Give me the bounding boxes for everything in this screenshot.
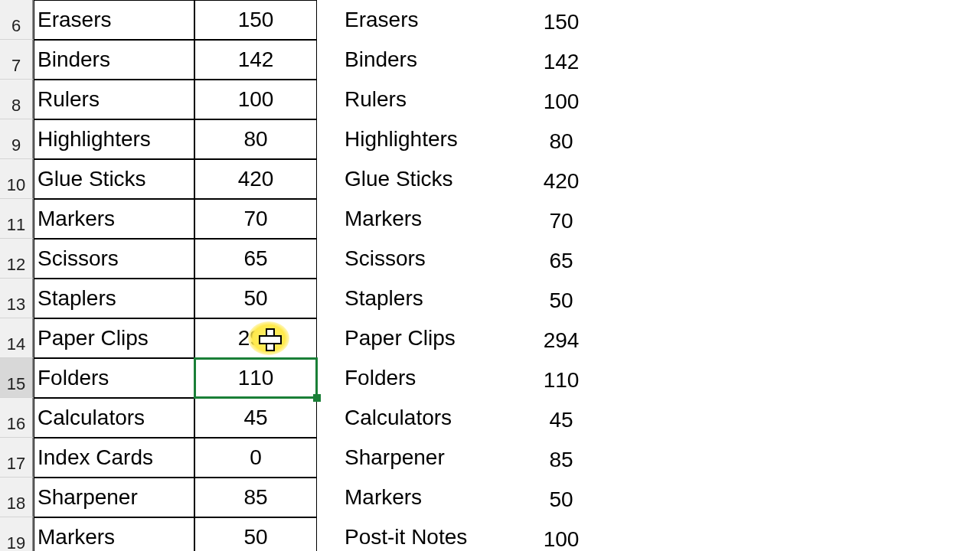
cell-item-qty[interactable]: 294 — [194, 318, 317, 358]
cell-item-name-copy[interactable]: Markers — [345, 199, 511, 239]
cell-item-qty[interactable]: 70 — [194, 199, 317, 239]
row-header[interactable]: 7 — [0, 40, 34, 80]
cell-item-name-copy[interactable]: Markers — [345, 478, 511, 517]
spreadsheet-viewport[interactable]: 678910111213141516171819 Erasers150Erase… — [0, 0, 611, 551]
cell-item-name[interactable]: Folders — [34, 358, 194, 398]
column-gap — [317, 80, 345, 119]
table-row: Index Cards0Sharpener85 — [34, 438, 611, 478]
table-row: Binders142Binders142 — [34, 40, 611, 80]
row-header-gutter: 678910111213141516171819 — [0, 0, 34, 551]
column-gap — [317, 119, 345, 159]
column-gap — [317, 358, 345, 398]
cell-item-name[interactable]: Rulers — [34, 80, 194, 119]
cell-item-qty[interactable]: 80 — [194, 119, 317, 159]
row-header[interactable]: 12 — [0, 239, 34, 279]
cell-item-qty-copy[interactable]: 45 — [511, 398, 611, 438]
cell-item-name-copy[interactable]: Folders — [345, 358, 511, 398]
table-row: Scissors65Scissors65 — [34, 239, 611, 279]
cell-item-name[interactable]: Index Cards — [34, 438, 194, 478]
table-row: Rulers100Rulers100 — [34, 80, 611, 119]
column-gap — [317, 159, 345, 199]
table-row: Erasers150Erasers150 — [34, 0, 611, 40]
cell-item-name[interactable]: Staplers — [34, 279, 194, 318]
cell-item-name-copy[interactable]: Glue Sticks — [345, 159, 511, 199]
column-gap — [317, 239, 345, 279]
row-header[interactable]: 19 — [0, 517, 34, 551]
table-row: Highlighters80Highlighters80 — [34, 119, 611, 159]
cell-grid[interactable]: Erasers150Erasers150Binders142Binders142… — [34, 0, 611, 551]
cell-item-qty-copy[interactable]: 85 — [511, 438, 611, 478]
cell-item-qty-copy[interactable]: 50 — [511, 279, 611, 318]
table-row: Glue Sticks420Glue Sticks420 — [34, 159, 611, 199]
column-gap — [317, 517, 345, 551]
cell-item-name[interactable]: Binders — [34, 40, 194, 80]
column-gap — [317, 40, 345, 80]
column-gap — [317, 438, 345, 478]
table-row: Paper Clips294Paper Clips294 — [34, 318, 611, 358]
row-header[interactable]: 11 — [0, 199, 34, 239]
cell-item-qty-copy[interactable]: 70 — [511, 199, 611, 239]
cell-item-qty[interactable]: 50 — [194, 517, 317, 551]
cell-item-qty[interactable]: 65 — [194, 239, 317, 279]
cell-item-name-copy[interactable]: Rulers — [345, 80, 511, 119]
cell-item-qty[interactable]: 0 — [194, 438, 317, 478]
cell-item-name-copy[interactable]: Binders — [345, 40, 511, 80]
table-row: Markers70Markers70 — [34, 199, 611, 239]
cell-item-name[interactable]: Paper Clips — [34, 318, 194, 358]
row-header[interactable]: 9 — [0, 119, 34, 159]
row-header[interactable]: 8 — [0, 80, 34, 119]
cell-item-name[interactable]: Calculators — [34, 398, 194, 438]
table-row: Calculators45Calculators45 — [34, 398, 611, 438]
row-header[interactable]: 13 — [0, 279, 34, 318]
cell-item-qty[interactable]: 142 — [194, 40, 317, 80]
cell-item-name[interactable]: Highlighters — [34, 119, 194, 159]
cell-item-qty[interactable]: 150 — [194, 0, 317, 40]
cell-item-name-copy[interactable]: Erasers — [345, 0, 511, 40]
cell-item-name-copy[interactable]: Calculators — [345, 398, 511, 438]
cell-item-qty-copy[interactable]: 80 — [511, 119, 611, 159]
cell-item-name[interactable]: Erasers — [34, 0, 194, 40]
cell-item-name-copy[interactable]: Scissors — [345, 239, 511, 279]
cell-item-name-copy[interactable]: Staplers — [345, 279, 511, 318]
cell-item-name[interactable]: Markers — [34, 199, 194, 239]
table-row: Markers50Post-it Notes100 — [34, 517, 611, 551]
row-header[interactable]: 15 — [0, 358, 34, 398]
cell-item-name-copy[interactable]: Sharpener — [345, 438, 511, 478]
cell-item-name-copy[interactable]: Paper Clips — [345, 318, 511, 358]
table-row: Staplers50Staplers50 — [34, 279, 611, 318]
cell-item-qty-copy[interactable]: 150 — [511, 0, 611, 40]
row-header[interactable]: 18 — [0, 478, 34, 517]
cell-item-qty[interactable]: 420 — [194, 159, 317, 199]
row-header[interactable]: 10 — [0, 159, 34, 199]
cell-item-qty-copy[interactable]: 142 — [511, 40, 611, 80]
row-header[interactable]: 16 — [0, 398, 34, 438]
cell-item-qty-copy[interactable]: 65 — [511, 239, 611, 279]
cell-item-name-copy[interactable]: Highlighters — [345, 119, 511, 159]
row-header[interactable]: 14 — [0, 318, 34, 358]
cell-item-qty-copy[interactable]: 100 — [511, 80, 611, 119]
column-gap — [317, 478, 345, 517]
cell-item-qty[interactable]: 100 — [194, 80, 317, 119]
cell-item-qty-copy[interactable]: 294 — [511, 318, 611, 358]
cell-item-qty[interactable]: 50 — [194, 279, 317, 318]
column-gap — [317, 199, 345, 239]
cell-item-qty-copy[interactable]: 50 — [511, 478, 611, 517]
cell-item-qty-copy[interactable]: 420 — [511, 159, 611, 199]
row-header[interactable]: 17 — [0, 438, 34, 478]
cell-item-name[interactable]: Glue Sticks — [34, 159, 194, 199]
cell-item-qty[interactable]: 45 — [194, 398, 317, 438]
cell-item-name[interactable]: Markers — [34, 517, 194, 551]
column-gap — [317, 318, 345, 358]
cell-item-name-copy[interactable]: Post-it Notes — [345, 517, 511, 551]
table-row: Folders110Folders110 — [34, 358, 611, 398]
table-row: Sharpener85Markers50 — [34, 478, 611, 517]
cell-item-qty-copy[interactable]: 100 — [511, 517, 611, 551]
cell-item-name[interactable]: Scissors — [34, 239, 194, 279]
cell-item-qty[interactable]: 85 — [194, 478, 317, 517]
row-header[interactable]: 6 — [0, 0, 34, 40]
column-gap — [317, 0, 345, 40]
cell-item-qty[interactable]: 110 — [194, 358, 317, 398]
cell-item-qty-copy[interactable]: 110 — [511, 358, 611, 398]
column-gap — [317, 398, 345, 438]
cell-item-name[interactable]: Sharpener — [34, 478, 194, 517]
